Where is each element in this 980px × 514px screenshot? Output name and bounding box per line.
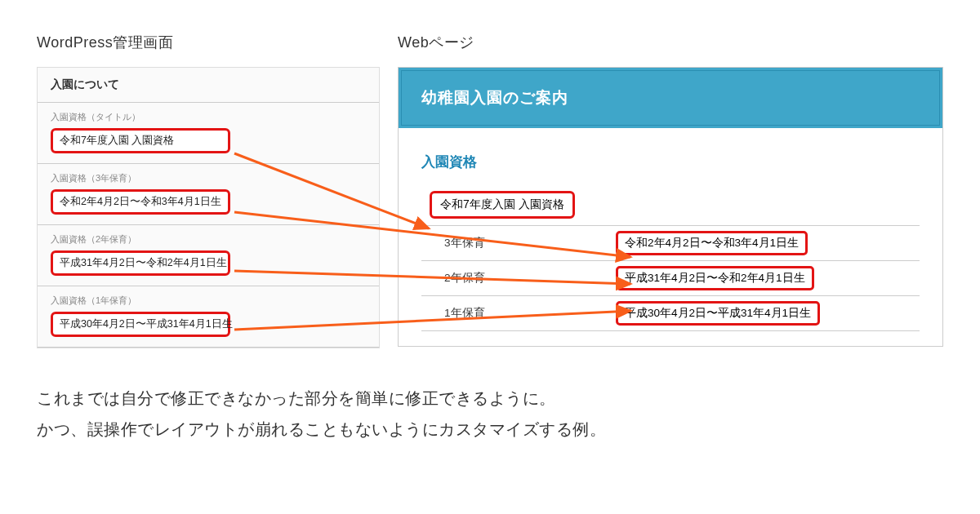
- web-eligibility-table: 3年保育 令和2年4月2日〜令和3年4月1日生 2年保育 平成31年4月2日〜令…: [421, 225, 920, 331]
- web-header: 幼稚園入園のご案内: [399, 68, 942, 128]
- row-value-highlight: 平成30年4月2日〜平成31年4月1日生: [616, 301, 820, 326]
- admin-field-3yr: 入園資格（3年保育） 令和2年4月2日〜令和3年4月1日生: [38, 164, 379, 225]
- table-row: 3年保育 令和2年4月2日〜令和3年4月1日生: [421, 226, 920, 261]
- admin-field-label: 入園資格（1年保育）: [38, 295, 379, 312]
- row-label: 3年保育: [421, 226, 609, 261]
- admin-field-label: 入園資格（タイトル）: [38, 111, 379, 128]
- table-row: 2年保育 平成31年4月2日〜令和2年4月1日生: [421, 261, 920, 296]
- admin-input-title[interactable]: 令和7年度入園 入園資格: [51, 128, 230, 153]
- table-row: 1年保育 平成30年4月2日〜平成31年4月1日生: [421, 296, 920, 331]
- admin-field-title: 入園資格（タイトル） 令和7年度入園 入園資格: [38, 103, 379, 164]
- web-title-highlight: 令和7年度入園 入園資格: [430, 191, 575, 219]
- row-value-highlight: 平成31年4月2日〜令和2年4月1日生: [616, 266, 814, 290]
- admin-panel-label: WordPress管理画面: [37, 33, 380, 52]
- admin-panel: 入園について 入園資格（タイトル） 令和7年度入園 入園資格 入園資格（3年保育…: [37, 67, 380, 348]
- admin-field-label: 入園資格（3年保育）: [38, 172, 379, 189]
- web-section-heading: 入園資格: [421, 153, 920, 171]
- admin-input-1yr[interactable]: 平成30年4月2日〜平成31年4月1日生: [51, 312, 230, 337]
- caption: これまでは自分で修正できなかった部分を簡単に修正できるように。 かつ、誤操作でレ…: [37, 383, 943, 445]
- admin-field-1yr: 入園資格（1年保育） 平成30年4月2日〜平成31年4月1日生: [38, 286, 379, 348]
- row-label: 1年保育: [421, 296, 609, 331]
- web-panel-label: Webページ: [398, 33, 943, 52]
- row-label: 2年保育: [421, 261, 609, 296]
- admin-column: WordPress管理画面 入園について 入園資格（タイトル） 令和7年度入園 …: [37, 33, 380, 348]
- web-panel: 幼稚園入園のご案内 入園資格 令和7年度入園 入園資格 3年保育 令和2年4月2…: [398, 67, 943, 347]
- caption-line: これまでは自分で修正できなかった部分を簡単に修正できるように。: [37, 383, 943, 414]
- row-value-highlight: 令和2年4月2日〜令和3年4月1日生: [616, 231, 808, 255]
- admin-section-title: 入園について: [38, 68, 379, 103]
- caption-line: かつ、誤操作でレイアウトが崩れることもないようにカスタマイズする例。: [37, 414, 943, 445]
- admin-input-3yr[interactable]: 令和2年4月2日〜令和3年4月1日生: [51, 189, 230, 215]
- web-header-title: 幼稚園入園のご案内: [421, 87, 920, 109]
- admin-input-2yr[interactable]: 平成31年4月2日〜令和2年4月1日生: [51, 250, 230, 276]
- web-column: Webページ 幼稚園入園のご案内 入園資格 令和7年度入園 入園資格 3年保育 …: [398, 33, 943, 348]
- admin-field-label: 入園資格（2年保育）: [38, 233, 379, 250]
- admin-field-2yr: 入園資格（2年保育） 平成31年4月2日〜令和2年4月1日生: [38, 225, 379, 286]
